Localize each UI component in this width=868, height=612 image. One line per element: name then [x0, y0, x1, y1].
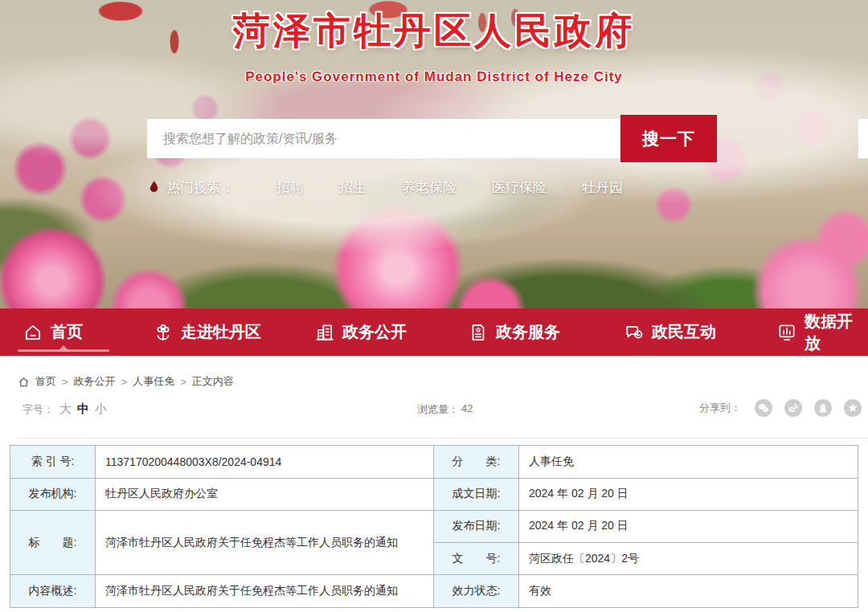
- breadcrumb-item-home[interactable]: 首页: [35, 374, 56, 389]
- hot-search-label: 热门搜索：: [166, 178, 235, 197]
- category-value: 人事任免: [519, 446, 858, 478]
- nav-item-home[interactable]: 首页: [23, 308, 83, 356]
- title-label: 标 题:: [10, 511, 96, 574]
- hot-search-link-peony-garden[interactable]: 牡丹园: [582, 178, 623, 197]
- font-size-small[interactable]: 小: [95, 402, 107, 417]
- home-icon: [23, 322, 43, 343]
- index-number-value: 1137170200448003X8/2024-04914: [96, 446, 434, 478]
- table-row: 内容概述: 菏泽市牡丹区人民政府关于任免程杰等工作人员职务的通知: [10, 575, 434, 607]
- wechat-share-icon[interactable]: [755, 399, 772, 417]
- view-count-value: 42: [461, 402, 473, 417]
- data-icon: [776, 322, 797, 343]
- table-row: 发布机构: 牡丹区人民政府办公室: [10, 479, 434, 512]
- written-date-label: 成文日期:: [434, 479, 519, 511]
- share-label: 分享到：: [699, 401, 741, 415]
- breadcrumb-item-gov-openness[interactable]: 政务公开: [74, 374, 116, 389]
- nav-item-label: 政务公开: [342, 321, 407, 343]
- hot-search-link-recruit[interactable]: 招聘: [276, 178, 304, 197]
- doc-number-value: 菏区政任〔2024〕2号: [519, 543, 858, 575]
- category-label: 分 类:: [434, 446, 519, 478]
- breadcrumb-separator: >: [62, 376, 68, 388]
- hot-search-bar: 热门搜索： 招聘 招生 养老保险 医疗保险 牡丹园: [148, 177, 658, 197]
- table-row: 索 引 号: 1137170200448003X8/2024-04914: [10, 446, 434, 479]
- nav-item-interaction[interactable]: 政民互动: [624, 308, 716, 356]
- search-bar-edge-fragment: [858, 119, 868, 158]
- written-date-value: 2024 年 02 月 20 日: [519, 479, 858, 511]
- nav-item-label: 走进牡丹区: [181, 321, 261, 343]
- issuing-agency-label: 发布机构:: [10, 479, 96, 511]
- breadcrumb-item-personnel[interactable]: 人事任免: [133, 374, 174, 389]
- issuing-agency-value: 牡丹区人民政府办公室: [96, 479, 434, 511]
- table-row: 效力状态: 有效: [434, 575, 858, 607]
- breadcrumb: 首页 > 政务公开 > 人事任免 > 正文内容: [18, 374, 234, 389]
- font-size-medium[interactable]: 中: [77, 402, 89, 417]
- title-value: 菏泽市牡丹区人民政府关于任免程杰等工作人员职务的通知: [96, 511, 434, 574]
- page: 菏泽市牡丹区人民政府 People's Government of Mudan …: [0, 0, 868, 612]
- qq-share-icon[interactable]: [814, 399, 832, 417]
- search-button[interactable]: 搜一下: [620, 115, 717, 162]
- nav-item-label: 首页: [51, 321, 83, 343]
- breadcrumb-separator: >: [121, 376, 128, 388]
- hot-search-link-medical[interactable]: 医疗保险: [492, 178, 547, 197]
- nav-item-label: 数据开放: [805, 311, 868, 354]
- font-size-large[interactable]: 大: [59, 402, 72, 417]
- table-row: 成文日期: 2024 年 02 月 20 日: [434, 479, 858, 512]
- breadcrumb-item-current: 正文内容: [192, 374, 234, 389]
- site-subtitle: People's Government of Mudan District of…: [0, 69, 868, 85]
- nav-item-open-data[interactable]: 数据开放: [776, 308, 868, 356]
- table-row: 标 题: 菏泽市牡丹区人民政府关于任免程杰等工作人员职务的通知: [10, 511, 434, 575]
- nav-item-gov-openness[interactable]: 政务公开: [314, 308, 407, 356]
- view-count: 浏览量： 42: [417, 402, 473, 417]
- info-table-left: 索 引 号: 1137170200448003X8/2024-04914 发布机…: [10, 446, 434, 607]
- hot-search-link-pension[interactable]: 养老保险: [402, 178, 457, 197]
- font-size-label: 字号：: [23, 402, 54, 417]
- font-size-control: 字号： 大 中 小: [23, 402, 107, 417]
- table-row: 文 号: 菏区政任〔2024〕2号: [434, 543, 858, 576]
- site-title: 菏泽市牡丹区人民政府: [0, 6, 868, 56]
- view-count-label: 浏览量：: [417, 402, 459, 417]
- chat-icon: [624, 322, 645, 343]
- nav-item-gov-services[interactable]: 政务服务: [468, 308, 560, 356]
- scenic-icon: [153, 322, 174, 343]
- breadcrumb-separator: >: [180, 376, 186, 388]
- search-input[interactable]: [147, 119, 620, 158]
- validity-label: 效力状态:: [434, 575, 519, 607]
- summary-value: 菏泽市牡丹区人民政府关于任免程杰等工作人员职务的通知: [96, 575, 434, 607]
- breadcrumb-home-icon: [18, 376, 30, 388]
- document-info-table: 索 引 号: 1137170200448003X8/2024-04914 发布机…: [10, 445, 858, 608]
- share-bar: 分享到：: [699, 399, 862, 417]
- publish-date-value: 2024 年 02 月 20 日: [519, 511, 858, 542]
- nav-item-label: 政务服务: [496, 321, 560, 343]
- info-table-right: 分 类: 人事任免 成文日期: 2024 年 02 月 20 日 发布日期: 2…: [434, 446, 858, 607]
- nav-item-label: 政民互动: [652, 321, 716, 343]
- nav-item-about-mudan[interactable]: 走进牡丹区: [153, 308, 261, 356]
- weibo-share-icon[interactable]: [784, 399, 802, 417]
- doc-number-label: 文 号:: [434, 543, 519, 575]
- publish-date-label: 发布日期:: [434, 511, 519, 542]
- more-share-icon[interactable]: [844, 399, 862, 417]
- table-row: 分 类: 人事任免: [434, 446, 858, 479]
- flame-icon: [148, 180, 160, 195]
- summary-label: 内容概述:: [10, 575, 96, 607]
- article-toolbar: 字号： 大 中 小 浏览量： 42 分享到：: [0, 399, 868, 418]
- table-row: 发布日期: 2024 年 02 月 20 日: [434, 511, 858, 543]
- validity-value: 有效: [519, 575, 858, 607]
- document-icon: [468, 322, 489, 343]
- hot-search-link-enroll[interactable]: 招生: [339, 178, 366, 197]
- search-bar: 搜一下: [147, 115, 717, 162]
- section-divider: [18, 438, 868, 439]
- building-icon: [314, 322, 335, 343]
- main-nav: 首页 走进牡丹区 政务公开 政务服务 政民互动: [0, 308, 868, 356]
- index-number-label: 索 引 号:: [10, 446, 96, 478]
